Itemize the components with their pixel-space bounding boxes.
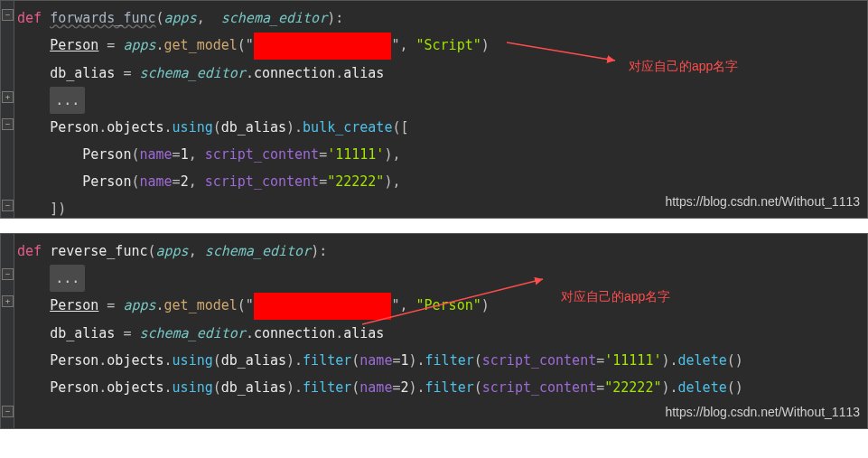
var-person: Person [50,37,98,53]
code-forwards: def forwards_func(apps, schema_editor): … [1,1,867,219]
fold-minus-icon[interactable]: − [2,118,14,130]
kwarg-name: name [139,146,172,163]
var-db-alias: db_alias [50,65,115,81]
var-db-alias: db_alias [50,325,115,341]
var-person: Person [50,297,98,313]
method-using: using [173,119,213,136]
ref-apps: apps [123,37,155,53]
code-block-reverse: − + − def reverse_func(apps, schema_edit… [0,233,868,429]
method-get-model: get_model [164,37,238,53]
gutter: − + − − [1,1,14,218]
code-reverse: def reverse_func(apps, schema_editor): .… [1,234,867,405]
fold-plus-icon[interactable]: + [2,91,14,103]
fold-minus-icon[interactable]: − [2,406,14,417]
ref-schema-editor: schema_editor [139,65,245,81]
annotation-text: 对应自己的app名字 [561,284,670,309]
method-delete: delete [678,352,727,369]
function-name: forwards_func [50,10,155,26]
method-get-model: get_model [164,297,238,313]
fold-minus-icon[interactable]: − [2,200,14,211]
param-schema-editor: schema_editor [221,10,327,26]
redacted-app-name: XXXXXXXXXXXXXXXX [254,293,392,320]
string-22222: "22222" [327,173,384,190]
keyword-def: def [17,243,42,259]
gutter: − + − [1,234,14,428]
param-apps: apps [156,243,189,259]
string-person: "Person" [416,297,481,313]
string-11111: '11111' [327,146,384,163]
method-filter: filter [303,352,351,369]
annotation-text: 对应自己的app名字 [629,53,738,79]
fold-minus-icon[interactable]: − [2,9,14,21]
fold-minus-icon[interactable]: − [2,268,14,280]
method-bulk-create: bulk_create [303,119,392,136]
code-block-forwards: − + − − def forwards_func(apps, schema_e… [0,0,868,219]
ellipsis-fold[interactable]: ... [50,265,85,292]
keyword-def: def [17,10,42,26]
watermark: https://blog.csdn.net/Without_1113 [665,189,860,214]
string-script: "Script" [416,37,481,53]
watermark: https://blog.csdn.net/Without_1113 [665,399,860,425]
fold-plus-icon[interactable]: + [2,295,14,307]
ellipsis-fold[interactable]: ... [50,87,85,114]
function-name: reverse_func [50,243,147,259]
param-schema-editor: schema_editor [205,243,311,259]
kwarg-script-content: script_content [205,146,319,163]
redacted-app-name: XXXXXXXXXXXXXXXX [254,33,392,60]
param-apps: apps [164,10,197,26]
